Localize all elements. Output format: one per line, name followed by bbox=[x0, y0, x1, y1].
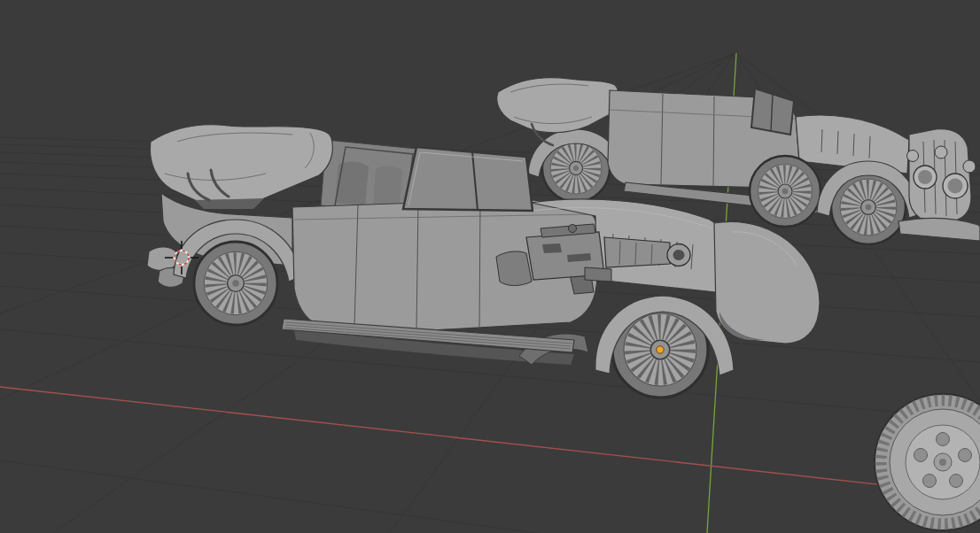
near-car-rear-wheel[interactable] bbox=[194, 242, 277, 325]
viewport-canvas[interactable] bbox=[0, 0, 980, 533]
object-origin-indicator bbox=[657, 346, 664, 353]
near-car-bumper-blade-upper bbox=[147, 247, 177, 271]
3d-viewport[interactable] bbox=[0, 0, 980, 533]
near-car-seat-left bbox=[335, 161, 369, 205]
tire-hub-center bbox=[939, 459, 946, 466]
near-car-top-underside bbox=[195, 198, 264, 209]
gun-muzzle-bore bbox=[673, 250, 685, 260]
gun-underslung-cylinder bbox=[585, 267, 611, 282]
gun-barrel bbox=[604, 237, 670, 267]
near-car-seat-right bbox=[373, 166, 402, 207]
far-car-spare-wheel[interactable] bbox=[750, 156, 821, 227]
gun-stock bbox=[496, 251, 532, 286]
gun-scope-knob bbox=[569, 225, 577, 233]
